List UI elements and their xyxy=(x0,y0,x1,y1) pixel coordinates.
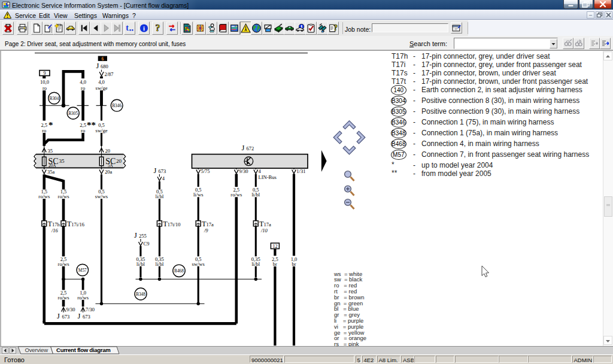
svg-text:4,0: 4,0 xyxy=(80,79,86,85)
svg-text:ro/ws: ro/ws xyxy=(58,295,69,301)
svg-text:br: br xyxy=(273,261,277,267)
svg-text:B468: B468 xyxy=(174,268,184,274)
svg-text:M57: M57 xyxy=(78,268,87,273)
svg-text:2/87: 2/87 xyxy=(105,71,114,77)
svg-text:**: ** xyxy=(87,120,96,130)
svg-text:4,0: 4,0 xyxy=(98,79,105,85)
svg-text:sw/ws: sw/ws xyxy=(95,193,108,199)
svg-text:9/30: 9/30 xyxy=(66,307,75,313)
svg-text:4: 4 xyxy=(162,175,165,181)
svg-text:LIN-Bus: LIN-Bus xyxy=(259,174,277,180)
svg-text:Overview: Overview xyxy=(25,347,48,353)
svg-text:ro: ro xyxy=(81,85,85,91)
svg-text:4: 4 xyxy=(259,168,262,174)
svg-text:20: 20 xyxy=(105,148,111,154)
svg-text:ro: ro xyxy=(42,128,46,134)
svg-text:B346: B346 xyxy=(112,103,122,108)
svg-text:5/75: 5/75 xyxy=(201,168,210,174)
svg-text:7/30: 7/30 xyxy=(86,307,95,313)
svg-text:255: 255 xyxy=(139,233,147,239)
svg-text:673: 673 xyxy=(83,314,90,320)
svg-text:sw/ge: sw/ge xyxy=(96,85,108,91)
svg-text:J: J xyxy=(57,312,60,320)
svg-text:B348: B348 xyxy=(136,292,145,297)
svg-text:*: * xyxy=(48,120,53,130)
svg-text:B304: B304 xyxy=(49,96,59,101)
svg-text:/16: /16 xyxy=(51,228,59,233)
svg-text:/9: /9 xyxy=(204,228,208,233)
svg-text:ro: ro xyxy=(43,85,47,91)
svg-text:17h: 17h xyxy=(52,222,60,228)
svg-text:ro/ws: ro/ws xyxy=(38,193,50,199)
svg-text:sw/ge: sw/ge xyxy=(96,128,108,134)
svg-text:/10: /10 xyxy=(260,228,268,233)
svg-text:t: t xyxy=(126,23,129,32)
svg-text:35: 35 xyxy=(48,148,53,154)
svg-text:J: J xyxy=(78,312,81,320)
svg-text:20: 20 xyxy=(116,158,122,164)
svg-text:20a: 20a xyxy=(105,169,113,175)
svg-text:35: 35 xyxy=(59,158,65,164)
svg-text:35a: 35a xyxy=(47,169,55,175)
svg-text:li/bl: li/bl xyxy=(251,261,260,267)
svg-text:?: ? xyxy=(333,23,338,32)
svg-text:B305: B305 xyxy=(68,111,78,116)
svg-text:9: 9 xyxy=(44,71,46,76)
svg-text:J: J xyxy=(134,231,137,239)
svg-text:680: 680 xyxy=(101,63,108,69)
svg-text:J: J xyxy=(154,166,157,175)
svg-text:672: 672 xyxy=(247,145,254,151)
svg-text:J: J xyxy=(242,144,245,152)
svg-text:673: 673 xyxy=(159,168,166,174)
svg-text:1/31: 1/31 xyxy=(296,168,305,174)
svg-text:li/bl: li/bl xyxy=(251,192,260,198)
svg-text:5A: 5A xyxy=(108,163,114,168)
svg-text:20A: 20A xyxy=(48,163,56,168)
svg-text:ro/ws: ro/ws xyxy=(58,193,69,199)
svg-text:Current flow diagram: Current flow diagram xyxy=(56,347,110,353)
svg-text:17a: 17a xyxy=(264,222,272,228)
svg-text:12: 12 xyxy=(272,244,277,249)
svg-text:17i/16: 17i/16 xyxy=(71,222,84,228)
svg-text:J: J xyxy=(96,62,99,70)
svg-text:?: ? xyxy=(156,23,160,33)
svg-text:sw/ws: sw/ws xyxy=(192,261,205,267)
svg-text:li/bl: li/bl xyxy=(156,193,164,199)
svg-text:17t/10: 17t/10 xyxy=(168,222,181,228)
svg-text:C9: C9 xyxy=(144,241,150,247)
svg-text:ro/ws: ro/ws xyxy=(230,192,242,198)
svg-text:ro/ws: ro/ws xyxy=(77,295,89,301)
svg-text:i: i xyxy=(143,25,145,32)
svg-text:9/30: 9/30 xyxy=(239,168,248,174)
svg-text:10,0: 10,0 xyxy=(40,79,49,85)
svg-text:br: br xyxy=(292,261,296,267)
svg-text:ro/ws: ro/ws xyxy=(58,261,69,267)
svg-text:ro: ro xyxy=(81,128,85,134)
svg-text:li/bl: li/bl xyxy=(156,261,164,267)
svg-text:17a: 17a xyxy=(207,222,214,228)
svg-text:6: 6 xyxy=(101,56,104,62)
svg-text:li/bl: li/bl xyxy=(136,261,145,267)
svg-text:673: 673 xyxy=(62,314,70,320)
svg-text:li/ws: li/ws xyxy=(193,192,204,198)
